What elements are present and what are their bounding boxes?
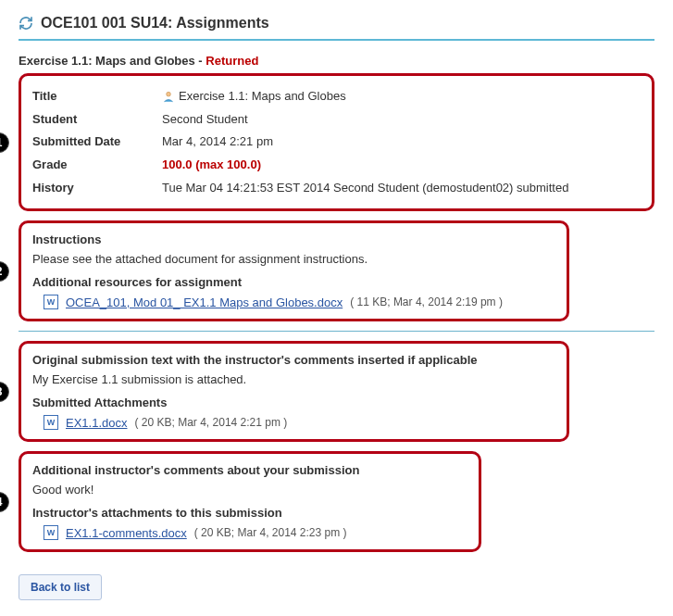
info-table: Title Exercise 1.1: Maps and Globes Stud…: [32, 85, 641, 199]
label-grade: Grade: [32, 154, 162, 177]
submission-attachment-link[interactable]: EX1.1.docx: [66, 416, 128, 430]
info-row-student: Student Second Student: [32, 108, 641, 132]
status-separator: -: [195, 54, 206, 68]
feedback-attachment-link[interactable]: EX1.1-comments.docx: [66, 526, 187, 540]
assignment-heading: Exercise 1.1: Maps and Globes: [19, 54, 195, 68]
instructions-attachment-link[interactable]: OCEA_101, Mod 01_ EX1.1 Maps and Globes.…: [66, 295, 343, 309]
value-title: Exercise 1.1: Maps and Globes: [162, 85, 346, 108]
info-box: Title Exercise 1.1: Maps and Globes Stud…: [19, 73, 654, 211]
instructions-heading: Instructions: [32, 233, 555, 246]
svg-point-0: [167, 92, 171, 96]
submission-attachment-meta: ( 20 KB; Mar 4, 2014 2:21 pm ): [135, 416, 288, 429]
callout-2: 2 Instructions Please see the attached d…: [19, 220, 654, 321]
feedback-box: Additional instructor's comments about y…: [19, 451, 481, 552]
value-student: Second Student: [162, 108, 248, 132]
callout-3: 3 Original submission text with the inst…: [19, 341, 654, 442]
resources-heading: Additional resources for assignment: [32, 275, 555, 289]
feedback-attachment-meta: ( 20 KB; Mar 4, 2014 2:23 pm ): [194, 526, 347, 539]
callout-bubble-2: 2: [0, 261, 9, 282]
value-grade: 100.0 (max 100.0): [162, 157, 261, 171]
assignment-heading-row: Exercise 1.1: Maps and Globes - Returned: [19, 54, 654, 68]
status-returned: Returned: [206, 54, 258, 68]
callout-bubble-3: 3: [0, 382, 9, 402]
person-icon: [162, 90, 175, 103]
submission-box: Original submission text with the instru…: [19, 341, 569, 442]
instructor-attachments-heading: Instructor's attachments to this submiss…: [32, 506, 467, 520]
page-header: OCE101 001 SU14: Assignments: [19, 9, 654, 41]
submitted-attachments-heading: Submitted Attachments: [32, 396, 555, 409]
refresh-icon: [19, 16, 33, 31]
submission-heading: Original submission text with the instru…: [32, 353, 555, 367]
callout-bubble-4: 4: [0, 492, 9, 512]
info-row-submitted-date: Submitted Date Mar 4, 2014 2:21 pm: [32, 131, 641, 154]
submission-text: My Exercise 1.1 submission is attached.: [32, 372, 555, 386]
label-history: History: [32, 177, 162, 200]
doc-icon: [44, 295, 58, 309]
submission-attachment-row: EX1.1.docx ( 20 KB; Mar 4, 2014 2:21 pm …: [32, 415, 555, 430]
instructions-attachment-meta: ( 11 KB; Mar 4, 2014 2:19 pm ): [350, 295, 503, 308]
value-submitted-date: Mar 4, 2014 2:21 pm: [162, 131, 273, 154]
instructions-attachment-row: OCEA_101, Mod 01_ EX1.1 Maps and Globes.…: [32, 295, 555, 309]
feedback-heading: Additional instructor's comments about y…: [32, 463, 467, 477]
value-history: Tue Mar 04 14:21:53 EST 2014 Second Stud…: [162, 177, 568, 200]
info-row-grade: Grade 100.0 (max 100.0): [32, 154, 641, 177]
page-title: OCE101 001 SU14: Assignments: [41, 15, 269, 31]
label-student: Student: [32, 108, 162, 132]
callout-bubble-1: 1: [0, 132, 9, 153]
divider: [19, 331, 654, 332]
back-to-list-button[interactable]: Back to list: [19, 574, 102, 600]
label-title: Title: [32, 85, 162, 108]
callout-4: 4 Additional instructor's comments about…: [19, 451, 654, 552]
info-row-title: Title Exercise 1.1: Maps and Globes: [32, 85, 641, 108]
feedback-attachment-row: EX1.1-comments.docx ( 20 KB; Mar 4, 2014…: [32, 525, 467, 540]
info-row-history: History Tue Mar 04 14:21:53 EST 2014 Sec…: [32, 177, 641, 200]
value-title-text: Exercise 1.1: Maps and Globes: [179, 89, 346, 103]
instructions-box: Instructions Please see the attached doc…: [19, 220, 569, 321]
label-submitted-date: Submitted Date: [32, 131, 162, 154]
callout-1: 1 Title Exercise 1.1: Maps and Globes St…: [19, 73, 654, 211]
instructions-text: Please see the attached document for ass…: [32, 252, 555, 266]
feedback-text: Good work!: [32, 483, 467, 497]
doc-icon: [44, 415, 58, 430]
doc-icon: [44, 525, 58, 540]
